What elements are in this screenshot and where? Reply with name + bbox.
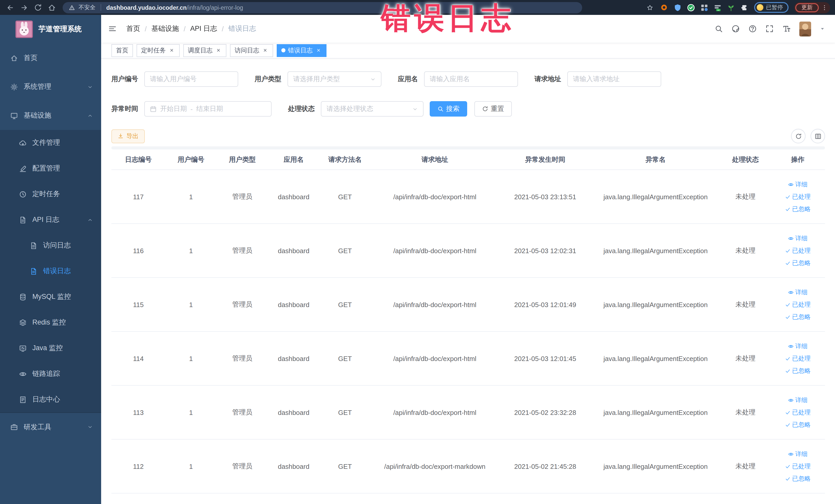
sidebar-item-home[interactable]: 首页 bbox=[0, 44, 101, 73]
action-详细[interactable]: 详细 bbox=[788, 396, 808, 404]
tab-首页[interactable]: 首页 bbox=[111, 44, 133, 57]
action-已忽略[interactable]: 已忽略 bbox=[785, 205, 811, 213]
breadcrumb-item[interactable]: API 日志 bbox=[190, 24, 217, 33]
sidebar-item-system[interactable]: 系统管理 bbox=[0, 73, 101, 101]
security-label[interactable]: 不安全 bbox=[79, 4, 96, 11]
github-icon[interactable] bbox=[732, 25, 740, 33]
address-bar[interactable]: 不安全 dashboard.yudao.iocoder.cn/infra/log… bbox=[63, 2, 582, 13]
action-已处理[interactable]: 已处理 bbox=[785, 354, 811, 363]
extension-sprout-icon[interactable] bbox=[727, 3, 735, 12]
action-详细[interactable]: 详细 bbox=[788, 342, 808, 350]
sidebar-item-error-log[interactable]: 错误日志 bbox=[0, 258, 101, 284]
check-icon bbox=[785, 422, 791, 427]
action-已处理[interactable]: 已处理 bbox=[785, 300, 811, 309]
action-已处理[interactable]: 已处理 bbox=[785, 408, 811, 417]
tab-定时任务[interactable]: 定时任务× bbox=[137, 44, 180, 57]
close-icon[interactable]: × bbox=[168, 47, 175, 54]
tab-访问日志[interactable]: 访问日志× bbox=[230, 44, 273, 57]
end-date-placeholder[interactable]: 结束日期 bbox=[196, 104, 223, 114]
filter-input[interactable]: 请输入应用名 bbox=[424, 72, 518, 87]
avatar[interactable] bbox=[799, 21, 811, 36]
caret-down-icon[interactable] bbox=[820, 26, 825, 31]
cell-time: 2021-05-03 23:13:51 bbox=[499, 193, 591, 201]
filter-select[interactable]: 请选择用户类型 bbox=[287, 72, 382, 87]
browser-right-cluster: on 已暂停 更新 bbox=[645, 2, 830, 13]
sidebar-item-mysql[interactable]: MySQL 监控 bbox=[0, 284, 101, 310]
extension-on-switch-icon[interactable]: on bbox=[713, 3, 722, 12]
action-已忽略[interactable]: 已忽略 bbox=[785, 259, 811, 267]
close-icon[interactable]: × bbox=[262, 47, 268, 54]
action-已忽略[interactable]: 已忽略 bbox=[785, 474, 811, 483]
export-button[interactable]: 导出 bbox=[111, 129, 145, 143]
star-icon[interactable] bbox=[645, 3, 654, 12]
sidebar-item-log-center[interactable]: 日志中心 bbox=[0, 387, 101, 412]
arrow-left-icon[interactable] bbox=[5, 2, 15, 13]
cell-user_type: 管理员 bbox=[217, 354, 268, 363]
sidebar-item-api-log[interactable]: API 日志 bbox=[0, 207, 101, 233]
action-详细[interactable]: 详细 bbox=[788, 288, 808, 297]
action-已忽略[interactable]: 已忽略 bbox=[785, 366, 811, 375]
columns-button[interactable] bbox=[811, 129, 825, 143]
breadcrumb-item[interactable]: 基础设施 bbox=[151, 24, 179, 33]
start-date-placeholder[interactable]: 开始日期 bbox=[160, 104, 187, 114]
home-icon[interactable] bbox=[47, 2, 57, 13]
extension-grid-icon[interactable] bbox=[700, 3, 709, 12]
font-size-icon[interactable] bbox=[782, 25, 791, 33]
tab-错误日志[interactable]: 错误日志× bbox=[277, 44, 326, 57]
close-icon[interactable]: × bbox=[215, 47, 222, 54]
edit-icon bbox=[19, 165, 27, 172]
cell-app_name: dashboard bbox=[268, 193, 319, 201]
sidebar-item-access-log[interactable]: 访问日志 bbox=[0, 233, 101, 258]
url-text[interactable]: dashboard.yudao.iocoder.cn/infra/log/api… bbox=[106, 4, 243, 11]
filter-field-3: 请求地址请输入请求地址 bbox=[534, 72, 661, 87]
sidebar-item-file[interactable]: 文件管理 bbox=[0, 130, 101, 156]
breadcrumb-item[interactable]: 首页 bbox=[126, 24, 140, 33]
update-button[interactable]: 更新 bbox=[795, 3, 819, 12]
reload-icon[interactable] bbox=[33, 2, 43, 13]
sidebar-item-job[interactable]: 定时任务 bbox=[0, 181, 101, 207]
action-详细[interactable]: 详细 bbox=[788, 180, 808, 189]
extension-puzzle-icon[interactable] bbox=[740, 3, 749, 12]
action-已处理[interactable]: 已处理 bbox=[785, 192, 811, 201]
action-已忽略[interactable]: 已忽略 bbox=[785, 420, 811, 429]
app-logo[interactable]: 芋道管理系统 bbox=[0, 15, 101, 44]
tab-调度日志[interactable]: 调度日志× bbox=[183, 44, 226, 57]
browser-menu-icon[interactable] bbox=[821, 4, 828, 11]
cell-user_id: 1 bbox=[165, 247, 217, 255]
check-icon bbox=[785, 248, 791, 254]
eye-icon bbox=[19, 370, 27, 378]
sidebar-item-label: 配置管理 bbox=[32, 164, 60, 173]
filter-input[interactable]: 请输入请求地址 bbox=[567, 72, 661, 87]
sidebar-item-java[interactable]: Java 监控 bbox=[0, 335, 101, 361]
arrow-right-icon[interactable] bbox=[19, 2, 29, 13]
sidebar-item-redis[interactable]: Redis 监控 bbox=[0, 310, 101, 335]
sidebar-item-infra[interactable]: 基础设施 bbox=[0, 101, 101, 130]
extension-check-badge-icon[interactable] bbox=[686, 3, 695, 12]
action-已忽略[interactable]: 已忽略 bbox=[785, 313, 811, 321]
refresh-button[interactable] bbox=[791, 129, 806, 143]
fullscreen-icon[interactable] bbox=[766, 25, 774, 33]
sidebar-item-trace[interactable]: 链路追踪 bbox=[0, 361, 101, 387]
action-详细[interactable]: 详细 bbox=[788, 234, 808, 243]
search-icon[interactable] bbox=[715, 25, 723, 33]
cell-id: 117 bbox=[111, 193, 165, 201]
cell-user_type: 管理员 bbox=[217, 408, 268, 417]
action-详细[interactable]: 详细 bbox=[788, 449, 808, 458]
status-select[interactable]: 请选择处理状态 bbox=[321, 101, 424, 117]
action-label: 已忽略 bbox=[792, 420, 811, 429]
extension-ring-icon[interactable] bbox=[660, 3, 668, 12]
paused-badge[interactable]: 已暂停 bbox=[754, 2, 789, 13]
filter-input[interactable]: 请输入用户编号 bbox=[144, 72, 238, 87]
close-icon[interactable]: × bbox=[315, 47, 322, 54]
reset-button[interactable]: 重置 bbox=[474, 101, 512, 117]
search-button[interactable]: 搜索 bbox=[430, 101, 467, 117]
date-range-picker[interactable]: 开始日期 - 结束日期 bbox=[144, 101, 271, 117]
cloud-icon bbox=[19, 139, 27, 147]
action-已处理[interactable]: 已处理 bbox=[785, 462, 811, 471]
hamburger-icon[interactable] bbox=[106, 22, 119, 36]
action-已处理[interactable]: 已处理 bbox=[785, 246, 811, 255]
question-icon[interactable] bbox=[749, 25, 757, 33]
sidebar-item-dev-tools[interactable]: 研发工具 bbox=[0, 412, 101, 441]
extension-shield-icon[interactable] bbox=[673, 3, 682, 12]
sidebar-item-config[interactable]: 配置管理 bbox=[0, 156, 101, 181]
